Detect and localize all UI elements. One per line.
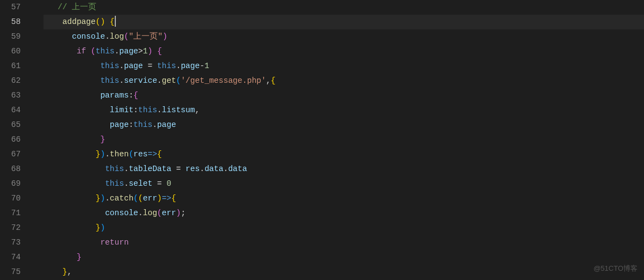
code-line: console.log("上一页") <box>44 29 644 44</box>
code-line: addpage() { <box>44 15 644 29</box>
cursor-icon <box>115 16 116 27</box>
code-line: this.page = this.page-1 <box>44 59 644 74</box>
code-line: params:{ <box>44 88 644 103</box>
line-number: 75 <box>7 265 21 279</box>
code-line: this.service.get('/get_message.php',{ <box>44 74 644 88</box>
code-line: this.tableData = res.data.data <box>44 162 644 176</box>
line-number: 60 <box>7 44 21 59</box>
fold-area <box>30 0 39 280</box>
line-number: 66 <box>7 132 21 147</box>
line-number: 57 <box>7 0 21 15</box>
line-number: 74 <box>7 250 21 265</box>
line-gutter: 57 58 59 60 61 62 63 64 65 66 67 68 69 7… <box>0 0 30 280</box>
line-number: 69 <box>7 176 21 191</box>
code-line: return <box>44 235 644 250</box>
line-number: 73 <box>7 235 21 250</box>
code-line: if (this.page>1) { <box>44 44 644 59</box>
code-line: this.selet = 0 <box>44 176 644 191</box>
line-number: 61 <box>7 59 21 74</box>
code-line: page:this.page <box>44 118 644 132</box>
line-number: 71 <box>7 206 21 221</box>
code-line: }).catch((err)=>{ <box>44 191 644 206</box>
line-number: 72 <box>7 221 21 235</box>
code-line: } <box>44 250 644 265</box>
line-number: 63 <box>7 88 21 103</box>
line-number: 68 <box>7 162 21 176</box>
line-number: 70 <box>7 191 21 206</box>
code-line: }).then(res=>{ <box>44 147 644 162</box>
line-number: 67 <box>7 147 21 162</box>
line-number: 64 <box>7 103 21 118</box>
code-content[interactable]: // 上一页 addpage() { console.log("上一页") if… <box>39 0 644 280</box>
watermark: @51CTO博客 <box>593 261 637 276</box>
line-number: 62 <box>7 74 21 88</box>
code-line: }) <box>44 221 644 235</box>
line-number: 58 <box>7 15 21 29</box>
line-number: 59 <box>7 29 21 44</box>
code-line: limit:this.listsum, <box>44 103 644 118</box>
code-line: // 上一页 <box>44 0 644 15</box>
line-number: 65 <box>7 118 21 132</box>
code-line: console.log(err); <box>44 206 644 221</box>
code-line: }, <box>44 265 644 279</box>
code-line: } <box>44 132 644 147</box>
code-editor[interactable]: 57 58 59 60 61 62 63 64 65 66 67 68 69 7… <box>0 0 644 280</box>
